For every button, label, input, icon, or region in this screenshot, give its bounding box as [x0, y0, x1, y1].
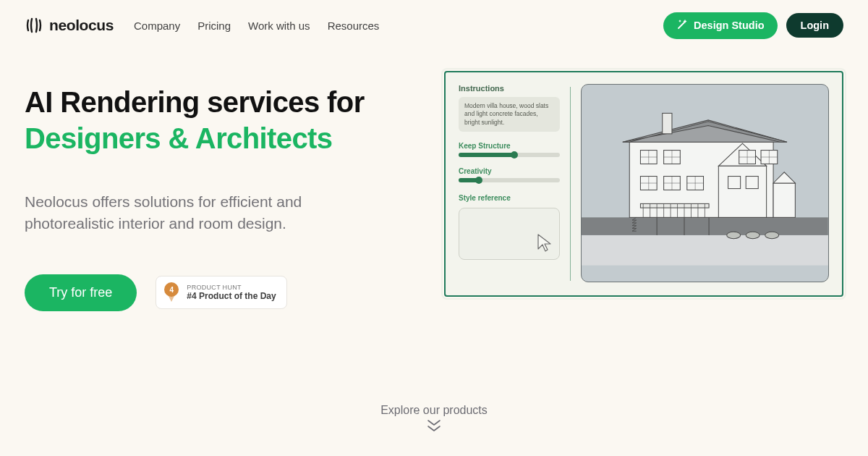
demo-panel: Instructions Modern villa house, wood sl…	[444, 71, 843, 297]
svg-rect-6	[663, 113, 672, 133]
design-studio-label: Design Studio	[694, 20, 764, 31]
product-hunt-badge[interactable]: 4 PRODUCT HUNT #4 Product of the Day	[156, 276, 286, 309]
demo-slider-creativity[interactable]	[459, 178, 560, 182]
demo-instructions-text: Modern villa house, wood slats and light…	[459, 97, 560, 132]
try-for-free-label: Try for free	[49, 285, 112, 300]
demo-preview	[581, 84, 829, 282]
hero-copy: AI Rendering services for Designers & Ar…	[25, 71, 415, 311]
logo-icon	[25, 16, 43, 35]
brand-name: neolocus	[49, 17, 114, 34]
svg-rect-11	[641, 203, 710, 208]
hero-title-accent: Designers & Architects	[25, 120, 415, 156]
svg-rect-1	[582, 217, 828, 235]
chevron-down-icon	[426, 421, 442, 433]
nav-company[interactable]: Company	[134, 20, 180, 32]
demo-instructions-heading: Instructions	[459, 84, 560, 93]
nav-resources[interactable]: Resources	[328, 20, 380, 32]
demo-slider2-label: Creativity	[459, 167, 560, 175]
primary-nav: Company Pricing Work with us Resources	[134, 20, 379, 32]
try-for-free-button[interactable]: Try for free	[25, 274, 137, 311]
header-actions: Design Studio Login	[663, 12, 843, 39]
svg-rect-2	[582, 235, 828, 266]
demo-slider-keep-structure[interactable]	[459, 153, 560, 157]
svg-rect-29	[728, 177, 741, 189]
nav-work-with-us[interactable]: Work with us	[248, 20, 310, 32]
hero-cta-row: Try for free 4 PRODUCT HUNT #4 Product o…	[25, 274, 415, 311]
svg-point-34	[727, 232, 741, 238]
magic-wand-icon	[676, 19, 688, 33]
explore-label: Explore our products	[380, 404, 488, 417]
hero: AI Rendering services for Designers & Ar…	[0, 42, 868, 311]
demo-controls: Instructions Modern villa house, wood sl…	[459, 84, 560, 282]
medal-icon: 4	[163, 282, 179, 303]
hero-subtext: Neolocus offers solutions for efficient …	[25, 191, 357, 235]
brand[interactable]: neolocus	[25, 16, 114, 35]
hero-title: AI Rendering services for Designers & Ar…	[25, 84, 415, 156]
login-label: Login	[801, 20, 829, 31]
svg-rect-30	[746, 177, 758, 189]
hero-illustration: Instructions Modern villa house, wood sl…	[444, 71, 843, 297]
header: neolocus Company Pricing Work with us Re…	[0, 0, 868, 42]
nav-pricing[interactable]: Pricing	[197, 20, 231, 32]
hero-title-line1: AI Rendering services for	[25, 86, 365, 118]
product-hunt-text: PRODUCT HUNT #4 Product of the Day	[187, 284, 276, 301]
svg-point-36	[765, 232, 779, 238]
demo-style-dropzone[interactable]	[459, 208, 560, 260]
design-studio-button[interactable]: Design Studio	[663, 12, 777, 39]
demo-divider	[570, 87, 571, 281]
svg-rect-8	[719, 166, 767, 217]
svg-rect-9	[773, 183, 795, 217]
demo-slider1-label: Keep Structure	[459, 142, 560, 150]
product-hunt-line2: #4 Product of the Day	[187, 292, 276, 302]
demo-style-heading: Style reference	[459, 194, 560, 202]
cursor-icon	[536, 233, 555, 255]
explore-prompt[interactable]: Explore our products	[0, 404, 868, 433]
svg-point-35	[746, 232, 760, 238]
login-button[interactable]: Login	[786, 13, 843, 38]
